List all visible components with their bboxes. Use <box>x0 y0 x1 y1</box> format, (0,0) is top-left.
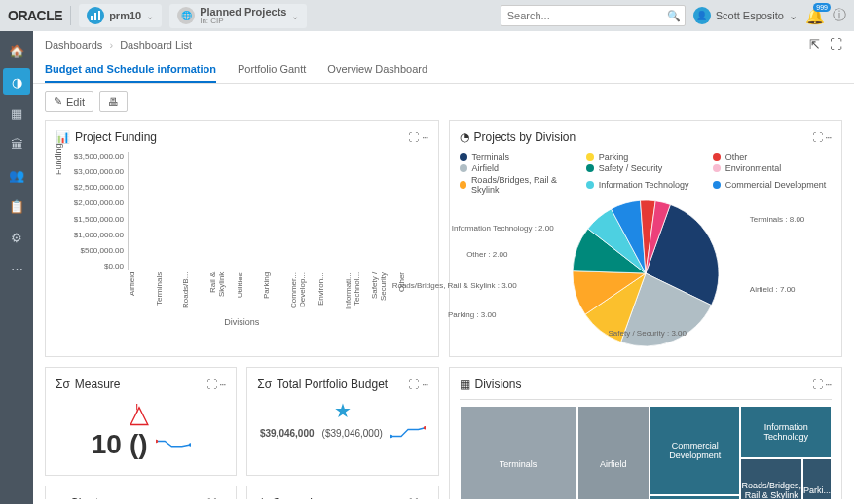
more-icon[interactable]: ⋯ <box>423 497 428 499</box>
left-sidebar: 🏠 ◑ ▦ 🏛 👥 📋 ⚙ ⋯ <box>0 31 33 504</box>
treemap-cell[interactable]: Information Technology <box>740 406 832 458</box>
treemap-cell[interactable]: Roads/Bridges, Rail & Skylink <box>740 458 802 499</box>
measure-value: 10 <box>92 429 122 460</box>
treemap-cell[interactable]: Commercial Development <box>650 406 741 495</box>
x-tick: Roads/B... <box>181 272 208 313</box>
sidebar-item-settings[interactable]: ⚙ <box>3 224 30 251</box>
expand-icon[interactable]: ⛶ <box>408 131 419 143</box>
panel-scenarios: ⚙Scenarios ⛶ ⋯ <box>246 486 438 499</box>
x-axis-label: Divisions <box>224 317 259 327</box>
y-tick: $0.00 <box>67 262 124 270</box>
x-tick: Utilities <box>236 272 263 313</box>
fullscreen-icon[interactable]: ⛶ <box>830 37 842 52</box>
context-switcher-portfolio[interactable]: 🌐 Planned Projects In: CIP ⌄ <box>169 4 307 28</box>
pie-label: Other : 2.00 <box>466 250 507 259</box>
treemap-cell[interactable]: Terminals <box>460 406 577 499</box>
expand-icon[interactable]: ⛶ <box>408 378 419 390</box>
panel-title: Project Funding <box>75 130 157 144</box>
pie-label: Safety / Security : 3.00 <box>609 329 687 338</box>
notifications-icon[interactable]: 🔔999 <box>805 7 825 25</box>
edit-button[interactable]: ✎Edit <box>45 91 93 112</box>
svg-point-5 <box>390 435 392 439</box>
context2-sublabel: In: CIP <box>200 18 286 25</box>
y-tick: $500,000.00 <box>67 246 124 255</box>
legend-item: Terminals <box>460 152 578 162</box>
x-tick: Rail & Skylink <box>208 272 236 313</box>
x-tick: Safety / Security <box>370 272 397 313</box>
breadcrumb-root[interactable]: Dashboards <box>45 39 102 51</box>
x-tick: Informati... Technol... <box>344 272 371 313</box>
more-icon[interactable]: ⋯ <box>423 378 428 390</box>
user-menu[interactable]: 👤 Scott Esposito ⌄ <box>693 7 798 24</box>
treemap-cell[interactable]: Airfield <box>577 406 650 499</box>
panel-projects-by-division: ◔Projects by Division ⛶ ⋯ TerminalsParki… <box>449 120 843 357</box>
more-icon[interactable]: ⋯ <box>220 497 226 499</box>
legend-item: Commercial Development <box>713 175 832 195</box>
search-input[interactable] <box>501 10 663 21</box>
sigma-icon: Σσ <box>56 378 70 391</box>
notification-badge: 999 <box>813 3 831 12</box>
x-tick: Commer... Develop... <box>289 272 316 313</box>
user-name: Scott Esposito <box>716 10 784 21</box>
treemap-cell[interactable]: Safety / Security <box>650 495 741 499</box>
sidebar-item-bank[interactable]: 🏛 <box>3 130 30 158</box>
panel-project-funding: 📊Project Funding ⛶ ⋯ Funding $3,500,000.… <box>45 120 439 357</box>
panel-total-budget: ΣσTotal Portfolio Budget ⛶ ⋯ ★ $39,046,0… <box>246 367 438 476</box>
sidebar-item-reports[interactable]: 📋 <box>3 193 30 220</box>
search-input-wrapper: 🔍 <box>501 5 686 26</box>
chevron-right-icon: › <box>109 39 113 51</box>
y-tick: $3,500,000.00 <box>67 152 124 161</box>
pie-label: Terminals : 8.00 <box>750 215 804 224</box>
chevron-down-icon: ⌄ <box>146 11 154 21</box>
sigma-icon: Σσ <box>257 378 272 391</box>
budget-paren: ($39,046,000) <box>322 428 383 439</box>
tab-portfolio-gantt[interactable]: Portfolio Gantt <box>238 57 306 83</box>
panel-title: Total Portfolio Budget <box>277 378 388 391</box>
legend-item: Information Technology <box>586 175 705 195</box>
context-switcher-project[interactable]: prm10 ⌄ <box>79 4 162 27</box>
expand-icon[interactable]: ⛶ <box>812 378 823 390</box>
pie-chart-icon: ◔ <box>460 130 469 144</box>
grid-icon: ▦ <box>460 378 470 391</box>
sidebar-item-home[interactable]: 🏠 <box>3 37 30 64</box>
pie-label: Airfield : 7.00 <box>750 285 796 294</box>
x-tick: Airfield <box>128 272 155 313</box>
legend-item: Safety / Security <box>586 163 705 173</box>
expand-icon[interactable]: ⛶ <box>206 497 217 499</box>
breadcrumb: Dashboards › Dashboard List <box>45 39 192 51</box>
help-icon[interactable]: ⓘ <box>833 7 846 24</box>
tab-overview-dashboard[interactable]: Overview Dashboard <box>327 57 427 83</box>
more-icon[interactable]: ⋯ <box>826 131 832 143</box>
panel-title: Divisions <box>475 378 522 391</box>
expand-icon[interactable]: ⛶ <box>408 497 419 499</box>
pie-chart-icon: ◔ <box>56 496 65 499</box>
expand-icon[interactable]: ⛶ <box>812 131 823 143</box>
panel-measure: ΣσMeasure ⛶ ⋯ △! 10 () <box>45 367 237 476</box>
user-avatar-icon: 👤 <box>693 7 711 24</box>
bar-chart-icon <box>87 7 104 24</box>
budget-value: $39,046,000 <box>260 428 315 439</box>
sidebar-item-apps[interactable]: ▦ <box>3 99 30 126</box>
svg-rect-2 <box>98 11 100 20</box>
print-button[interactable]: 🖶 <box>99 91 128 112</box>
sidebar-item-people[interactable]: 👥 <box>3 162 30 189</box>
expand-icon[interactable]: ⛶ <box>206 378 217 390</box>
panel-chart: ◔Chart ⛶ ⋯ <box>45 486 237 499</box>
more-icon[interactable]: ⋯ <box>826 378 832 390</box>
treemap-cell[interactable]: Parki... <box>802 458 832 499</box>
sidebar-item-dashboards[interactable]: ◑ <box>3 68 30 95</box>
sparkline-icon <box>390 426 426 440</box>
x-tick: Environ... <box>316 272 344 313</box>
svg-rect-1 <box>94 13 96 20</box>
sidebar-item-more[interactable]: ⋯ <box>3 255 30 282</box>
pie-label: Information Technology : 2.00 <box>452 224 554 233</box>
panel-title: Scenarios <box>273 496 324 499</box>
legend-item: Airfield <box>460 163 578 173</box>
warning-icon: △! <box>56 399 226 429</box>
more-icon[interactable]: ⋯ <box>220 378 226 390</box>
search-icon[interactable]: 🔍 <box>663 10 685 22</box>
more-icon[interactable]: ⋯ <box>423 131 428 143</box>
share-icon[interactable]: ⇱ <box>809 37 820 52</box>
tab-budget-schedule[interactable]: Budget and Schedule information <box>45 57 216 83</box>
y-tick: $2,500,000.00 <box>67 183 124 192</box>
